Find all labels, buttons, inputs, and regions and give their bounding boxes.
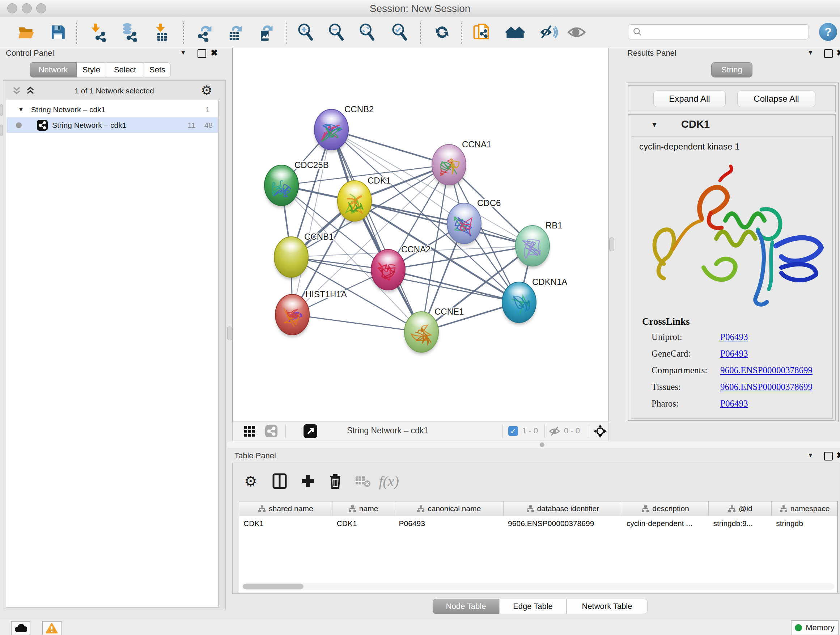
- show-all-button[interactable]: [567, 22, 587, 42]
- network-node-CDC6[interactable]: CDC6: [447, 198, 501, 246]
- network-node-CCNE1[interactable]: CCNE1: [404, 307, 464, 355]
- tab-sets[interactable]: Sets: [144, 62, 171, 78]
- left-edge-grip[interactable]: [0, 125, 3, 136]
- network-node-CCNA1[interactable]: CCNA1: [432, 139, 491, 187]
- function-builder-icon[interactable]: f(x): [379, 471, 399, 491]
- table-cell[interactable]: stringdb: [772, 516, 837, 531]
- control-panel-float-icon[interactable]: [197, 49, 206, 58]
- column-header[interactable]: namespace: [772, 501, 837, 516]
- table-panel-float-icon[interactable]: [824, 452, 833, 461]
- network-edge[interactable]: [292, 130, 332, 315]
- network-node-RB1[interactable]: RB1: [515, 220, 562, 268]
- table-cell[interactable]: P06493: [394, 516, 504, 531]
- selected-checkbox-icon[interactable]: ✓: [508, 426, 518, 436]
- tab-string[interactable]: String: [711, 62, 752, 78]
- zoom-out-button[interactable]: [326, 22, 347, 42]
- export-network-button[interactable]: [195, 22, 215, 42]
- network-canvas[interactable]: CCNB2CCNA1CDC25BCDK1CDC6RB1CCNB1CCNA2CDK…: [232, 48, 608, 421]
- crosslink-link[interactable]: P06493: [720, 332, 748, 342]
- network-collection-row[interactable]: ▼ String Network – cdk1 1: [6, 102, 218, 117]
- collapse-all-button[interactable]: Collapse All: [737, 90, 815, 107]
- network-node-HIST1H1A[interactable]: HIST1H1A: [275, 289, 347, 337]
- clone-network-button[interactable]: [471, 22, 491, 42]
- export-image-button[interactable]: [256, 22, 276, 42]
- delete-column-icon[interactable]: [325, 471, 345, 491]
- network-graph[interactable]: CCNB2CCNA1CDC25BCDK1CDC6RB1CCNB1CCNA2CDK…: [233, 48, 608, 421]
- table-cell[interactable]: CDK1: [239, 516, 332, 531]
- cloud-status-button[interactable]: [11, 621, 30, 635]
- string-view-icon[interactable]: [265, 425, 278, 439]
- tab-select[interactable]: Select: [106, 62, 144, 78]
- create-column-icon[interactable]: [298, 471, 317, 491]
- open-in-window-icon[interactable]: [303, 424, 317, 440]
- control-panel-menu-icon[interactable]: ▼: [180, 49, 186, 57]
- expand-all-button[interactable]: Expand All: [653, 90, 726, 107]
- canvas-left-splitter-grip[interactable]: [227, 326, 232, 340]
- table-row[interactable]: CDK1 CDK1 P06493 9606.ENSP00000378699 cy…: [239, 516, 837, 531]
- save-session-button[interactable]: [48, 22, 68, 42]
- birdseye-navigator-icon[interactable]: [593, 424, 607, 440]
- crosslink-link[interactable]: P06493: [720, 348, 748, 359]
- horizontal-splitter[interactable]: [227, 441, 840, 449]
- tab-network-table[interactable]: Network Table: [567, 599, 647, 614]
- tab-style[interactable]: Style: [77, 62, 106, 78]
- export-table-button[interactable]: [225, 22, 245, 42]
- show-columns-icon[interactable]: [270, 471, 289, 491]
- table-panel-close-icon[interactable]: ✖: [836, 452, 840, 459]
- network-options-gear-icon[interactable]: ⚙: [201, 83, 212, 98]
- grid-view-icon[interactable]: [243, 425, 256, 439]
- control-panel-close-icon[interactable]: ✖: [210, 49, 218, 57]
- results-panel-float-icon[interactable]: [824, 49, 833, 58]
- network-node-CCNA2[interactable]: CCNA2: [371, 244, 431, 292]
- column-header[interactable]: name: [332, 501, 395, 516]
- tree-expand-icon[interactable]: ▼: [18, 106, 24, 113]
- tab-network[interactable]: Network: [30, 62, 77, 78]
- search-input[interactable]: [645, 27, 808, 37]
- results-panel-menu-icon[interactable]: ▼: [807, 49, 813, 57]
- tab-node-table[interactable]: Node Table: [433, 599, 499, 614]
- open-session-button[interactable]: [16, 22, 36, 42]
- scrollbar-thumb[interactable]: [243, 584, 303, 589]
- network-node-CDC25B[interactable]: CDC25B: [264, 160, 329, 208]
- crosslink-link[interactable]: P06493: [720, 399, 748, 409]
- hide-selected-button[interactable]: [538, 22, 559, 42]
- network-edge[interactable]: [332, 130, 422, 332]
- network-row-selected[interactable]: String Network – cdk1 11 48: [6, 117, 218, 133]
- apply-layout-button[interactable]: [432, 22, 452, 42]
- import-table-button[interactable]: [152, 22, 172, 42]
- network-edge[interactable]: [332, 130, 449, 165]
- memory-button[interactable]: Memory: [791, 620, 838, 635]
- splitter-handle-dot[interactable]: [540, 442, 545, 447]
- first-neighbors-button[interactable]: [505, 22, 525, 42]
- protein-collapse-icon[interactable]: ▼: [651, 120, 658, 129]
- hidden-eye-slash-icon[interactable]: [549, 426, 561, 438]
- network-node-CCNB2[interactable]: CCNB2: [314, 104, 374, 152]
- help-button[interactable]: ?: [819, 23, 837, 41]
- table-cell[interactable]: 9606.ENSP00000378699: [504, 516, 622, 531]
- zoom-selected-button[interactable]: [390, 22, 410, 42]
- search-field[interactable]: [628, 24, 809, 40]
- column-header[interactable]: database identifier: [504, 501, 622, 516]
- warning-status-button[interactable]: [42, 621, 62, 635]
- network-node-CDKN1A[interactable]: CDKN1A: [502, 277, 567, 325]
- tab-edge-table[interactable]: Edge Table: [499, 599, 567, 614]
- horizontal-scrollbar[interactable]: [241, 583, 835, 590]
- results-panel-close-icon[interactable]: ✖: [836, 49, 840, 57]
- left-edge-grip[interactable]: [0, 104, 3, 116]
- table-options-gear-icon[interactable]: ⚙: [241, 471, 261, 491]
- network-edge[interactable]: [355, 201, 532, 246]
- import-network-button[interactable]: [88, 22, 109, 42]
- crosslink-link[interactable]: 9606.ENSP00000378699: [720, 365, 813, 375]
- table-panel-menu-icon[interactable]: ▼: [807, 452, 813, 459]
- column-header[interactable]: canonical name: [394, 501, 504, 516]
- table-cell[interactable]: stringdb:9...: [709, 516, 772, 531]
- network-edge[interactable]: [292, 315, 422, 332]
- column-header[interactable]: description: [622, 501, 709, 516]
- crosslink-link[interactable]: 9606.ENSP00000378699: [720, 382, 813, 392]
- table-cell[interactable]: cyclin-dependent ...: [622, 516, 709, 531]
- zoom-in-button[interactable]: [295, 22, 316, 42]
- delete-table-icon[interactable]: [353, 471, 373, 491]
- network-node-CDK1[interactable]: CDK1: [338, 176, 391, 223]
- zoom-fit-button[interactable]: [357, 22, 377, 42]
- column-header[interactable]: shared name: [239, 501, 332, 516]
